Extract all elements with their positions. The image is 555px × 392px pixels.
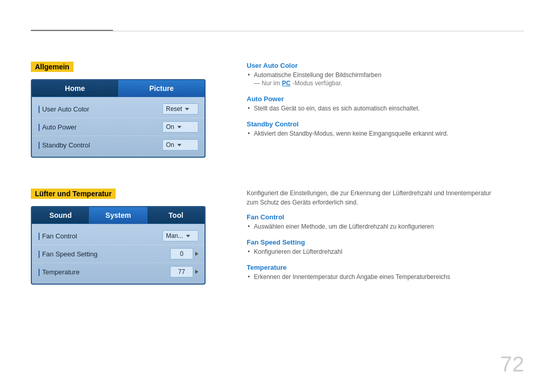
dash-icon: — Nur im: [254, 80, 280, 87]
luefter-panel: Sound System Tool Fan Control Man...: [31, 206, 206, 285]
standby-control-arrow: [177, 144, 181, 146]
desc-fan-control-bullet-0: Auswählen einer Methode, um die Lüfterdr…: [254, 223, 524, 230]
row-user-auto-color: User Auto Color Reset: [32, 100, 205, 118]
luefter-panel-rows: Fan Control Man... Fan Speed Setting 0: [32, 224, 205, 284]
row-auto-power: Auto Power On: [32, 118, 205, 136]
row-fan-control-ctrl[interactable]: Man...: [162, 230, 198, 241]
luefter-intro: Konfiguriert die Einstellungen, die zur …: [247, 189, 493, 207]
desc-user-auto-color-title: User Auto Color: [247, 62, 524, 69]
row-temperature: Temperature 77: [32, 263, 205, 281]
pc-highlight: PC: [282, 80, 291, 87]
desc-auto-power-bullet-0: Stellt das Gerät so ein, dass es sich au…: [254, 105, 524, 112]
fan-speed-arrow[interactable]: [195, 252, 198, 256]
tab-picture[interactable]: Picture: [119, 80, 205, 97]
standby-control-value: On: [166, 141, 174, 148]
row-standby-control: Standby Control On: [32, 136, 205, 154]
section-allgemein-right: User Auto Color Automatische Einstellung…: [247, 62, 524, 158]
temperature-arrow[interactable]: [195, 270, 198, 274]
section-luefter-right: Konfiguriert die Einstellungen, die zur …: [247, 189, 524, 289]
row-auto-power-label: Auto Power: [38, 123, 77, 131]
desc-fan-control-title: Fan Control: [247, 213, 524, 221]
row-temperature-label: Temperature: [38, 268, 80, 276]
desc-fan-control: Fan Control Auswählen einer Methode, um …: [247, 213, 524, 230]
row-temperature-ctrl[interactable]: 77: [170, 266, 198, 277]
desc-auto-power-title: Auto Power: [247, 95, 524, 103]
section-allgemein-heading: Allgemein: [31, 62, 73, 72]
auto-power-dropdown[interactable]: On: [162, 121, 198, 133]
desc-auto-power-bullets: Stellt das Gerät so ein, dass es sich au…: [247, 105, 524, 112]
desc-user-auto-color: User Auto Color Automatische Einstellung…: [247, 62, 524, 87]
standby-control-dropdown[interactable]: On: [162, 139, 198, 151]
tab-sound[interactable]: Sound: [32, 207, 89, 223]
luefter-panel-tabs: Sound System Tool: [32, 207, 205, 224]
row-fan-speed-label: Fan Speed Setting: [38, 250, 98, 258]
fan-control-dropdown[interactable]: Man...: [162, 230, 198, 241]
desc-fan-speed-title: Fan Speed Setting: [247, 238, 524, 246]
desc-standby-control-bullets: Aktiviert den Standby-Modus, wenn keine …: [247, 130, 524, 137]
row-standby-control-label: Standby Control: [38, 141, 90, 149]
temperature-value-box: 77: [170, 266, 193, 277]
row-user-auto-color-control[interactable]: Reset: [162, 103, 198, 115]
top-line: [31, 31, 524, 31]
row-user-auto-color-label: User Auto Color: [38, 105, 89, 113]
page-number: 72: [500, 352, 524, 377]
desc-temperature-title: Temperature: [247, 264, 524, 271]
desc-user-auto-color-bullets: Automatische Einstellung der Bildschirmf…: [247, 71, 524, 79]
user-auto-color-arrow: [185, 108, 189, 110]
auto-power-arrow: [177, 126, 181, 128]
desc-sub-suffix: -Modus verfügbar.: [292, 80, 342, 87]
row-fan-speed-ctrl[interactable]: 0: [170, 248, 198, 259]
section-luefter-left: Lüfter und Temperatur Sound System Tool …: [31, 189, 226, 289]
desc-user-auto-color-sub: — Nur im PC -Modus verfügbar.: [254, 80, 524, 87]
allgemein-panel: Home Picture User Auto Color Reset: [31, 79, 206, 158]
row-auto-power-control[interactable]: On: [162, 121, 198, 133]
desc-user-auto-color-bullet-0: Automatische Einstellung der Bildschirmf…: [254, 71, 524, 79]
desc-auto-power: Auto Power Stellt das Gerät so ein, dass…: [247, 95, 524, 112]
desc-temperature-bullets: Erkennen der Innentemperatur durch Angab…: [247, 273, 524, 281]
allgemein-panel-rows: User Auto Color Reset Auto Power: [32, 97, 205, 157]
row-standby-control-control[interactable]: On: [162, 139, 198, 151]
row-fan-control-label: Fan Control: [38, 232, 77, 240]
desc-standby-control-title: Standby Control: [247, 120, 524, 128]
auto-power-value: On: [166, 123, 174, 130]
fan-control-arrow: [186, 235, 190, 237]
user-auto-color-dropdown[interactable]: Reset: [162, 103, 198, 115]
tab-home[interactable]: Home: [32, 80, 119, 97]
tab-system[interactable]: System: [89, 207, 147, 223]
fan-speed-value-box: 0: [170, 248, 193, 259]
desc-standby-control-bullet-0: Aktiviert den Standby-Modus, wenn keine …: [254, 130, 524, 137]
tab-tool[interactable]: Tool: [147, 207, 205, 223]
allgemein-panel-tabs: Home Picture: [32, 80, 205, 97]
section-luefter: Lüfter und Temperatur Sound System Tool …: [31, 189, 524, 289]
section-allgemein: Allgemein Home Picture User Auto Color R…: [31, 62, 524, 158]
row-fan-control: Fan Control Man...: [32, 227, 205, 245]
section-allgemein-left: Allgemein Home Picture User Auto Color R…: [31, 62, 226, 158]
desc-fan-control-bullets: Auswählen einer Methode, um die Lüfterdr…: [247, 223, 524, 230]
row-fan-speed: Fan Speed Setting 0: [32, 245, 205, 263]
desc-fan-speed-bullet-0: Konfigurieren der Lüfterdrehzahl: [254, 248, 524, 255]
desc-fan-speed-bullets: Konfigurieren der Lüfterdrehzahl: [247, 248, 524, 255]
desc-temperature-bullet-0: Erkennen der Innentemperatur durch Angab…: [254, 273, 524, 281]
desc-standby-control: Standby Control Aktiviert den Standby-Mo…: [247, 120, 524, 137]
desc-fan-speed: Fan Speed Setting Konfigurieren der Lüft…: [247, 238, 524, 255]
desc-temperature: Temperature Erkennen der Innentemperatur…: [247, 264, 524, 281]
user-auto-color-value: Reset: [166, 105, 182, 113]
section-luefter-heading: Lüfter und Temperatur: [31, 189, 116, 199]
fan-control-value: Man...: [166, 232, 183, 239]
